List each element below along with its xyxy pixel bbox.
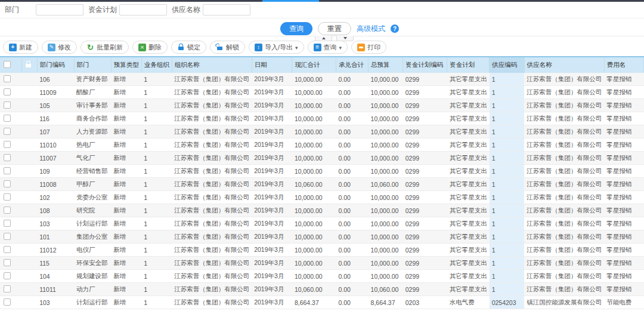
column-header-total_budget[interactable]: 总预算 <box>369 57 403 73</box>
table-row[interactable]: 108研究院新增1江苏索普（集团）有限公司2019年3月10,000.000.0… <box>0 204 644 217</box>
filter-separator <box>0 18 644 19</box>
row-checkbox[interactable] <box>4 233 11 240</box>
row-checkbox[interactable] <box>4 75 11 82</box>
select-all-checkbox[interactable] <box>4 61 11 68</box>
column-header-cash_total[interactable]: 现汇合计 <box>292 57 336 73</box>
cell-cash_total: 10,060.00 <box>292 283 336 296</box>
table-row[interactable]: 11007气化厂新增1江苏索普（集团）有限公司2019年3月10,000.000… <box>0 152 644 165</box>
cell-plan_code: 0299 <box>403 112 447 125</box>
cell-org_name: 江苏索普（集团）有限公司 <box>172 178 252 191</box>
cell-cash_total: 10,000.00 <box>292 244 336 257</box>
table-row[interactable]: 11011动力厂新增1江苏索普（集团）有限公司2019年3月10,060.000… <box>0 283 644 296</box>
table-row[interactable]: 116商务合作部新增1江苏索普（集团）有限公司2019年3月10,000.000… <box>0 112 644 125</box>
filter-input[interactable] <box>36 4 83 16</box>
column-header-dept_code[interactable]: 部门编码 <box>37 57 74 73</box>
cell-select <box>0 178 22 191</box>
toolbar-button-refresh[interactable]: 批量刷新 <box>80 41 129 54</box>
cell-cash_total: 10,000.00 <box>292 152 336 165</box>
column-header-biz_org[interactable]: 业务组织 <box>141 57 172 73</box>
table-row[interactable]: 11009醋酸厂新增1江苏索普（集团）有限公司2019年3月10,000.000… <box>0 86 644 99</box>
table-row[interactable]: 102党委办公室新增1江苏索普（集团）有限公司2019年3月10,000.000… <box>0 191 644 204</box>
toolbar-button-import-export[interactable]: 导入/导出 <box>249 41 304 54</box>
cell-lock <box>22 191 37 204</box>
query-icon <box>314 44 321 51</box>
toolbar-button-query[interactable]: 查询 <box>308 41 348 54</box>
row-checkbox[interactable] <box>4 101 11 109</box>
table-row[interactable]: 104规划建设部新增1江苏索普（集团）有限公司2019年3月10,000.000… <box>0 270 644 283</box>
cell-supplier_name: 江苏索普（集团）有限公司 <box>524 112 604 125</box>
row-checkbox[interactable] <box>4 167 11 174</box>
table-row[interactable]: 103计划运行部新增1江苏索普（集团）有限公司2019年3月8,664.370.… <box>0 296 644 309</box>
cell-dept: 党委办公室 <box>74 191 111 204</box>
cell-plan_name: 其它零星支出 <box>447 112 490 125</box>
row-checkbox[interactable] <box>4 115 11 122</box>
row-checkbox[interactable] <box>4 88 11 96</box>
table-row[interactable]: 11010热电厂新增1江苏索普（集团）有限公司2019年3月10,000.000… <box>0 138 644 152</box>
table-row[interactable]: 106资产财务部新增1江苏索普（集团）有限公司2019年3月10,000.000… <box>0 73 644 86</box>
row-checkbox[interactable] <box>4 128 11 135</box>
row-checkbox[interactable] <box>4 285 11 292</box>
table-row[interactable]: 101集团办公室新增1江苏索普（集团）有限公司2019年3月10,000.000… <box>0 230 644 244</box>
row-checkbox[interactable] <box>4 207 11 214</box>
cell-cash_total: 10,060.00 <box>292 178 336 191</box>
table-row[interactable]: 105审计事务部新增1江苏索普（集团）有限公司2019年3月10,000.000… <box>0 99 644 112</box>
reset-button[interactable]: 重置 <box>318 22 351 35</box>
cell-expense_name: 零星报销 <box>604 165 643 178</box>
column-header-plan_name[interactable]: 资金计划 <box>447 57 490 73</box>
cell-total_budget: 10,060.00 <box>369 178 403 191</box>
table-row[interactable]: 11008甲醇厂新增1江苏索普（集团）有限公司2019年3月10,060.000… <box>0 178 644 191</box>
cell-plan_code: 0299 <box>403 165 447 178</box>
table-row[interactable]: 115环保安全部新增1江苏索普（集团）有限公司2019年3月10,000.000… <box>0 257 644 270</box>
column-header-plan_code[interactable]: 资金计划编码 <box>403 57 447 73</box>
column-header-dept[interactable]: 部门 <box>74 57 111 73</box>
table-row[interactable]: 11012电仪厂新增1江苏索普（集团）有限公司2019年3月10,000.000… <box>0 244 644 257</box>
cell-lock <box>22 283 37 296</box>
help-question-icon[interactable] <box>391 24 399 33</box>
cell-dept: 经营销售部 <box>74 165 111 178</box>
cell-total_budget: 10,060.00 <box>369 283 403 296</box>
cell-plan_code: 0299 <box>403 178 447 191</box>
column-header-expense_name[interactable]: 费用名 <box>604 57 643 73</box>
cell-org_name: 江苏索普（集团）有限公司 <box>172 204 252 217</box>
column-header-supplier_code[interactable]: 供应编码 <box>490 57 525 73</box>
cell-total_budget: 10,000.00 <box>369 204 403 217</box>
cell-plan_code: 0299 <box>403 257 447 270</box>
column-header-acceptance_total[interactable]: 承兑合计 <box>336 57 368 73</box>
table-row[interactable]: 107人力资源部新增1江苏索普（集团）有限公司2019年3月10,000.000… <box>0 125 644 138</box>
table-row[interactable]: 109经营销售部新增1江苏索普（集团）有限公司2019年3月10,000.000… <box>0 165 644 178</box>
column-header-budget_type[interactable]: 预算类型 <box>111 57 141 73</box>
cell-lock <box>22 73 37 86</box>
row-checkbox[interactable] <box>4 298 11 306</box>
toolbar-button-delete[interactable]: 删除 <box>132 41 168 54</box>
advanced-mode-link[interactable]: 高级模式 <box>357 24 385 34</box>
row-checkbox[interactable] <box>4 180 11 187</box>
column-header-org_name[interactable]: 组织名称 <box>172 57 252 73</box>
cell-supplier_name: 江苏索普（集团）有限公司 <box>524 165 604 178</box>
row-checkbox[interactable] <box>4 220 11 227</box>
cell-lock <box>22 244 37 257</box>
cell-plan_code: 0299 <box>403 138 447 152</box>
toolbar-button-unlock[interactable]: 解锁 <box>210 41 245 54</box>
filter-input[interactable] <box>203 4 250 16</box>
filter-input[interactable] <box>119 4 167 16</box>
row-checkbox[interactable] <box>4 141 11 148</box>
table-row[interactable]: 103计划运行部新增1江苏索普（集团）有限公司2019年3月10,000.000… <box>0 217 644 230</box>
row-checkbox[interactable] <box>4 272 11 279</box>
cell-lock <box>22 230 37 244</box>
cell-lock <box>22 125 37 138</box>
column-header-supplier_name[interactable]: 供应名称 <box>524 57 604 73</box>
toolbar-button-lock[interactable]: 锁定 <box>171 41 206 54</box>
row-checkbox[interactable] <box>4 259 11 266</box>
row-checkbox[interactable] <box>4 246 11 253</box>
row-checkbox[interactable] <box>4 154 11 161</box>
column-header-date[interactable]: 日期 <box>252 57 292 73</box>
toolbar-button-print[interactable]: 打印 <box>351 41 386 54</box>
cell-acceptance_total: 0.00 <box>336 296 368 309</box>
cell-acceptance_total: 0.00 <box>336 217 368 230</box>
toolbar-button-new-document[interactable]: 新建 <box>3 41 38 54</box>
row-checkbox[interactable] <box>4 193 11 201</box>
toolbar-button-edit[interactable]: 修改 <box>42 41 77 54</box>
cell-select <box>0 270 22 283</box>
column-header-select[interactable] <box>0 57 22 73</box>
query-button[interactable]: 查询 <box>280 22 312 35</box>
